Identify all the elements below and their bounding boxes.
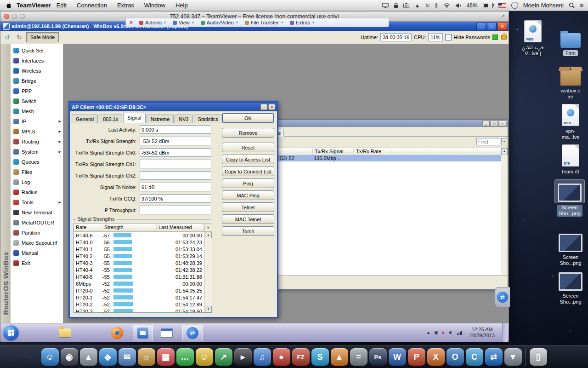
sidebar-item-manual[interactable]: Manual [11, 248, 63, 258]
signal-list-scrollbar[interactable]: ▲ ▼ [204, 232, 212, 312]
sidebar-item-queues[interactable]: Queues [11, 157, 63, 167]
field-tx-rx-signal-strength-ch2-input[interactable] [140, 171, 211, 180]
torch-button[interactable]: Torch [222, 226, 274, 236]
desktop-icon-screenshot-3[interactable]: ScreenSho...png [553, 266, 588, 305]
sidebar-item-exit[interactable]: Exit [11, 258, 63, 268]
dock-downloads[interactable]: ▼ [504, 348, 522, 366]
winbox-minimize-button[interactable]: _ [476, 22, 486, 30]
desktop-icon-doc-kharid[interactable]: WEBخرید انلاینV...ive | [515, 17, 550, 57]
wireless-minimize-button[interactable]: _ [482, 121, 490, 126]
show-desktop-button[interactable] [502, 323, 508, 342]
signal-row[interactable]: HT40-3-5501:48:28.39 [74, 259, 204, 266]
desktop-icon-folder-firm[interactable]: Firm [553, 23, 588, 56]
dock-skype[interactable]: S [311, 348, 329, 366]
column-tx-rx-signal[interactable]: Tx/Rx Signal ... [312, 148, 354, 155]
start-button[interactable] [3, 325, 19, 340]
dock-vlc[interactable]: ▲ [331, 348, 348, 366]
telnet-button[interactable]: Telnet [222, 202, 274, 212]
sidebar-item-wireless[interactable]: Wireless [11, 66, 63, 76]
tab-nstreme[interactable]: Nstreme [147, 115, 174, 123]
ok-button[interactable]: OK [222, 113, 274, 123]
session-expand-icon[interactable]: ↗ [501, 13, 505, 19]
signal-row[interactable]: HT40-0-5601:53:24.23 [74, 239, 204, 246]
desktop-icon-winbox-exe[interactable]: winbox.exe [553, 61, 588, 100]
wireless-close-button[interactable]: × [499, 121, 506, 126]
sidebar-item-ppp[interactable]: PPP [11, 86, 63, 96]
sidebar-item-log[interactable]: Log [11, 177, 63, 187]
sidebar-item-routing[interactable]: Routing▶ [11, 137, 63, 147]
signal-row[interactable]: HT40-6-5700:00:00 [74, 232, 204, 239]
dock-calculator[interactable]: = [350, 348, 368, 366]
camera-icon[interactable] [403, 3, 409, 8]
keyboard-flag-icon[interactable] [498, 3, 506, 8]
lock-icon[interactable] [394, 2, 398, 8]
taskbar-clock[interactable]: 12:25 AM 10/29/2013 [466, 327, 498, 339]
reset-button[interactable]: Reset [222, 143, 274, 152]
column-strength[interactable]: Strength [102, 224, 157, 231]
field-tx-rx-signal-strength-ch0-input[interactable] [140, 148, 211, 157]
dock-safari[interactable]: ◈ [99, 348, 117, 366]
tv-toolbar-actions[interactable]: Actions▼ [139, 20, 166, 25]
sidebar-item-interfaces[interactable]: Interfaces [11, 56, 63, 66]
dock-calendar[interactable]: ▦ [157, 348, 175, 366]
desktop-icon-screenshot-2[interactable]: ScreenSho...png [553, 227, 588, 266]
dock-teamviewer[interactable]: ⇄ [485, 348, 503, 366]
bluetooth-icon[interactable]: ᛒ [435, 3, 438, 8]
column-rate[interactable]: Rate [74, 224, 102, 231]
dock-filezilla[interactable]: FZ [292, 348, 310, 366]
signal-row[interactable]: HT40-1-5501:53:33.04 [74, 246, 204, 253]
sidebar-item-files[interactable]: Files [11, 167, 63, 177]
signal-row[interactable]: HT20-0-5201:54:05.25 [74, 287, 204, 294]
dock-stocks[interactable]: ↗ [215, 348, 232, 366]
dock-trash[interactable]: ▯ [530, 348, 547, 366]
sidebar-item-mesh[interactable]: Mesh [11, 106, 63, 116]
sidebar-item-quick-set[interactable]: Quick Set [11, 46, 63, 56]
wifi-icon[interactable] [443, 3, 450, 8]
mac-telnet-button[interactable]: MAC Telnet [222, 214, 274, 224]
sidebar-item-tools[interactable]: Tools▶ [11, 197, 63, 207]
tv-toolbar-file-transfer[interactable]: File Transfer▼ [245, 20, 283, 25]
display-icon[interactable] [382, 3, 389, 8]
field-tx-rx-signal-strength-input[interactable] [140, 137, 211, 145]
dock-messenger[interactable]: ☺ [196, 348, 213, 366]
sidebar-item-radius[interactable]: Radius [11, 187, 63, 197]
wireless-maximize-button[interactable]: □ [491, 121, 498, 126]
copy-to-access-list-button[interactable]: Copy to Access List [222, 155, 274, 164]
desktop-icon-screenshot-1[interactable]: ScreenSho...png [552, 179, 587, 217]
tab-statistics[interactable]: Statistics [194, 115, 222, 123]
tab-802-1x[interactable]: 802.1x [99, 115, 122, 123]
tv-toolbar-audio-video[interactable]: Audio/Video▼ [201, 20, 238, 25]
tab-nv2[interactable]: NV2 [175, 115, 192, 123]
menu-extras[interactable]: Extras [117, 2, 134, 9]
tray-volume-icon[interactable] [448, 330, 453, 335]
find-input[interactable] [476, 138, 500, 145]
ping-button[interactable]: Ping [222, 178, 274, 188]
tab-general[interactable]: General [72, 115, 98, 123]
mac-ping-button[interactable]: MAC Ping [222, 190, 274, 200]
dock-finder[interactable]: ☺ [41, 348, 59, 366]
tv-toolbar-view[interactable]: View▼ [173, 20, 194, 25]
safe-mode-button[interactable]: Safe Mode [26, 32, 59, 42]
desktop-icon-vpn-archive[interactable]: WEBvpn-ma...ive [553, 101, 588, 140]
taskbar-window-button[interactable] [157, 325, 177, 341]
sidebar-item-system[interactable]: System▶ [11, 147, 63, 157]
sidebar-item-mpls[interactable]: MPLS▶ [11, 126, 63, 137]
teamviewer-chat-widget[interactable]: ⇄ [495, 287, 510, 307]
sidebar-item-ip[interactable]: IP▶ [11, 116, 63, 126]
sidebar-item-make-supout-rif[interactable]: Make Supout.rif [11, 238, 63, 248]
dock-word[interactable]: W [389, 348, 406, 366]
column-tx-rx-rate[interactable]: Tx/Rx Rate [354, 148, 391, 155]
notification-center-icon[interactable]: ≡ [580, 2, 583, 9]
winbox-close-button[interactable]: × [498, 22, 507, 30]
tv-toolbar-extras[interactable]: Extras▼ [290, 20, 315, 25]
menu-connection[interactable]: Connection [77, 2, 107, 9]
taskbar-teamviewer-button[interactable]: ⇄ [182, 325, 203, 341]
dock-terminal[interactable]: ▸ [234, 348, 252, 366]
sidebar-item-new-terminal[interactable]: New Terminal [11, 207, 63, 218]
field-last-activity-input[interactable] [140, 125, 211, 134]
dock-outlook[interactable]: O [447, 348, 464, 366]
battery-icon[interactable] [483, 3, 493, 8]
dock-powerpoint[interactable]: P [408, 348, 425, 366]
desktop-icon-team-rtf[interactable]: RTFteam.rtf [553, 142, 588, 175]
menu-window[interactable]: Window [144, 2, 165, 9]
